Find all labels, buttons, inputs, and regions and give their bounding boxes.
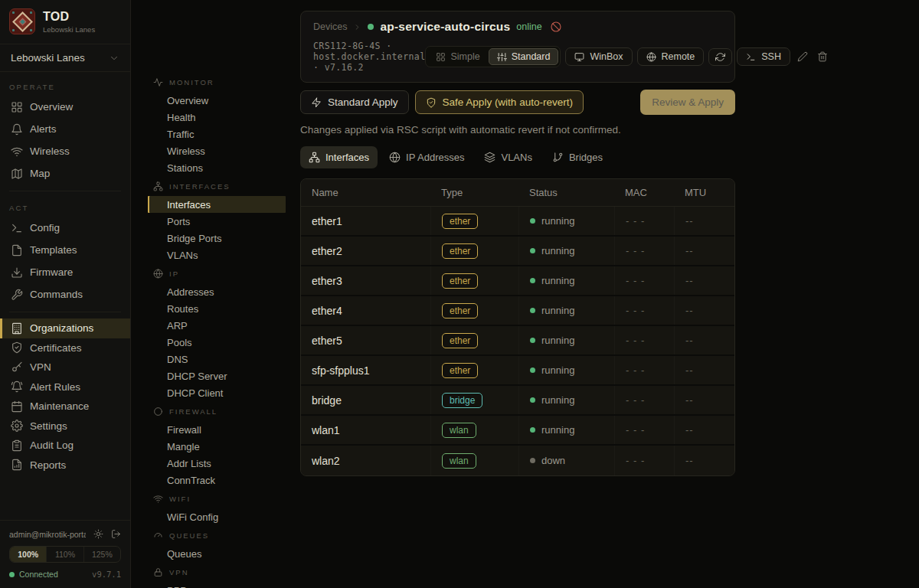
table-row-ether1[interactable]: ether1etherrunning- - ---: [301, 207, 734, 237]
devnav-item-wireless[interactable]: Wireless: [148, 142, 286, 159]
sidebar-item-commands[interactable]: Commands: [0, 283, 130, 305]
alerts-muted-icon[interactable]: [550, 21, 562, 33]
view-simple-option[interactable]: Simple: [427, 48, 488, 65]
column-header-status: Status: [518, 187, 614, 198]
sidebar-item-reports[interactable]: Reports: [0, 456, 130, 475]
tab-vlans[interactable]: VLANs: [476, 146, 540, 168]
safe-apply-button[interactable]: Safe Apply (with auto-revert): [415, 90, 584, 114]
status-label: running: [541, 394, 574, 406]
logout-icon[interactable]: [111, 529, 121, 539]
devnav-item-label: Stations: [167, 162, 203, 174]
devnav-item-overview[interactable]: Overview: [148, 92, 286, 109]
devnav-item-wifi-config[interactable]: WiFi Config: [148, 508, 286, 525]
devnav-item-stations[interactable]: Stations: [148, 159, 286, 176]
app-root: { "app": { "title": "TOD", "subtitle": "…: [0, 0, 919, 588]
devnav-item-addr-lists[interactable]: Addr Lists: [148, 455, 286, 472]
table-row-sfp-sfpplus1[interactable]: sfp-sfpplus1etherrunning- - ---: [301, 356, 734, 386]
status-dot: [530, 397, 535, 403]
review-apply-button[interactable]: Review & Apply: [640, 90, 735, 115]
sidebar-item-map[interactable]: Map: [0, 162, 130, 185]
sidebar-item-alerts[interactable]: Alerts: [0, 118, 130, 140]
devnav-item-ppp[interactable]: PPP: [148, 582, 286, 588]
devnav-item-addresses[interactable]: Addresses: [148, 283, 286, 300]
key-icon: [11, 361, 23, 374]
sidebar-item-config[interactable]: Config: [0, 217, 130, 239]
org-selector[interactable]: Lebowski Lanes: [0, 44, 130, 72]
sidebar-item-audit-log[interactable]: Audit Log: [0, 436, 130, 456]
devnav-item-dhcp-server[interactable]: DHCP Server: [148, 368, 286, 384]
cell-mac: - - -: [614, 356, 674, 384]
cell-mac: - - -: [614, 207, 674, 235]
tab-ip-addresses[interactable]: IP Addresses: [381, 146, 473, 168]
cell-mac: - - -: [614, 266, 674, 295]
table-row-wlan2[interactable]: wlan2wlandown- - ---: [301, 446, 734, 475]
standard-apply-button[interactable]: Standard Apply: [300, 90, 409, 114]
devnav-item-arp[interactable]: ARP: [148, 317, 286, 334]
devnav-item-firewall[interactable]: Firewall: [148, 421, 286, 438]
theme-toggle-icon[interactable]: [93, 529, 103, 539]
devnav-item-routes[interactable]: Routes: [148, 300, 286, 317]
sidebar-item-settings[interactable]: Settings: [0, 416, 130, 436]
table-row-ether5[interactable]: ether5etherrunning- - ---: [301, 326, 734, 356]
zoom-option-110-[interactable]: 110%: [46, 547, 83, 562]
devnav-item-label: Queues: [167, 548, 202, 560]
devnav-item-dns[interactable]: DNS: [148, 351, 286, 368]
table-row-ether3[interactable]: ether3etherrunning- - ---: [301, 266, 734, 296]
devnav-item-traffic[interactable]: Traffic: [148, 126, 286, 142]
tab-interfaces[interactable]: Interfaces: [300, 146, 378, 168]
table-row-wlan1[interactable]: wlan1wlanrunning- - ---: [301, 416, 734, 446]
cell-status: running: [518, 207, 614, 235]
primary-sidebar: TOD Lebowski Lanes Lebowski Lanes OPERAT…: [0, 0, 131, 588]
edit-device-icon[interactable]: [795, 50, 810, 64]
ssh-button[interactable]: SSH: [737, 47, 790, 66]
remote-button[interactable]: Remote: [637, 47, 705, 66]
sidebar-item-label: Templates: [30, 244, 77, 256]
table-row-ether2[interactable]: ether2etherrunning- - ---: [301, 237, 734, 266]
devnav-item-vlans[interactable]: VLANs: [148, 247, 286, 263]
status-dot: [530, 308, 535, 313]
devnav-item-mangle[interactable]: Mangle: [148, 438, 286, 455]
device-name: ap-service-auto-circus: [380, 20, 510, 34]
sidebar-item-wireless[interactable]: Wireless: [0, 140, 130, 162]
table-row-ether4[interactable]: ether4etherrunning- - ---: [301, 296, 734, 326]
sidebar-item-templates[interactable]: Templates: [0, 239, 130, 261]
sidebar-item-certificates[interactable]: Certificates: [0, 338, 130, 358]
sidebar-item-firmware[interactable]: Firmware: [0, 261, 130, 283]
devnav-item-dhcp-client[interactable]: DHCP Client: [148, 384, 286, 401]
winbox-button[interactable]: WinBox: [565, 47, 632, 66]
devnav-item-interfaces[interactable]: Interfaces: [148, 196, 286, 213]
devnav-item-pools[interactable]: Pools: [148, 334, 286, 351]
sidebar-item-label: Maintenance: [30, 400, 89, 412]
tab-bridges[interactable]: Bridges: [544, 146, 611, 168]
user-email: admin@mikrotik-portal.dev: [9, 530, 86, 539]
device-breadcrumb-row: Devices ap-service-auto-circus online: [313, 20, 722, 34]
column-header-name: Name: [301, 187, 430, 198]
devnav-item-label: ARP: [167, 320, 188, 332]
devnav-item-queues[interactable]: Queues: [148, 545, 286, 562]
refresh-button[interactable]: [708, 48, 732, 66]
nav-section-operate: OPERATE: [0, 77, 130, 96]
cell-status: running: [518, 237, 614, 265]
zoom-option-100-[interactable]: 100%: [10, 547, 46, 562]
ssh-label: SSH: [761, 51, 781, 62]
download-icon: [11, 266, 23, 279]
devnav-item-conntrack[interactable]: ConnTrack: [148, 472, 286, 488]
devnav-item-health[interactable]: Health: [148, 109, 286, 126]
sidebar-item-overview[interactable]: Overview: [0, 96, 130, 118]
table-row-bridge[interactable]: bridgebridgerunning- - ---: [301, 386, 734, 416]
zoom-option-125-[interactable]: 125%: [83, 547, 120, 562]
breadcrumb-devices[interactable]: Devices: [313, 21, 347, 32]
devnav-item-bridge-ports[interactable]: Bridge Ports: [148, 230, 286, 247]
gear-icon: [11, 420, 23, 432]
sidebar-item-maintenance[interactable]: Maintenance: [0, 397, 130, 416]
sidebar-item-alert-rules[interactable]: Alert Rules: [0, 377, 130, 397]
delete-device-icon[interactable]: [815, 50, 830, 64]
view-standard-option[interactable]: Standard: [489, 48, 559, 65]
devnav-group-wifi: WIFI: [148, 488, 286, 508]
safe-apply-label: Safe Apply (with auto-revert): [443, 96, 573, 108]
sidebar-item-label: Alerts: [30, 123, 57, 135]
devnav-item-ports[interactable]: Ports: [148, 213, 286, 230]
sidebar-item-vpn[interactable]: VPN: [0, 358, 130, 377]
status-dot: [530, 368, 535, 373]
sidebar-item-organizations[interactable]: Organizations: [0, 318, 130, 338]
